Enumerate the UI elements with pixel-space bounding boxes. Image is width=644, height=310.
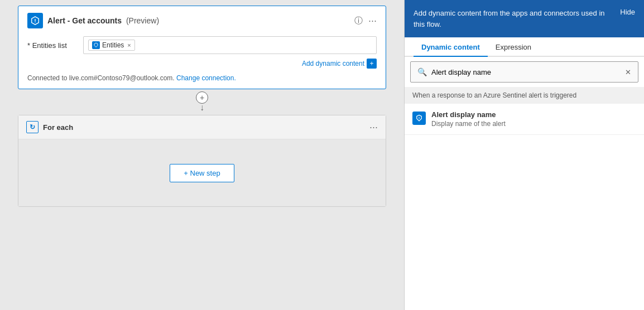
add-dynamic-link[interactable]: Add dynamic content bbox=[302, 60, 364, 67]
rp-section-label-text: When a response to an Azure Sentinel ale… bbox=[412, 91, 576, 99]
foreach-card: ↻ For each ⋯ + New step bbox=[18, 115, 386, 207]
foreach-body: + New step bbox=[18, 139, 386, 206]
add-dynamic-button[interactable]: + bbox=[367, 59, 377, 69]
left-panel: Alert - Get accounts (Preview) ⓘ ⋯ * Ent… bbox=[0, 0, 404, 310]
foreach-title: For each bbox=[43, 123, 365, 132]
result-desc: Display name of the alert bbox=[431, 120, 506, 128]
new-step-button[interactable]: + New step bbox=[170, 164, 234, 182]
result-text: Alert display name Display name of the a… bbox=[431, 110, 506, 128]
entities-tag: Entities × bbox=[88, 40, 135, 51]
connector-arrow-icon: ↓ bbox=[200, 103, 204, 113]
card-header-icons: ⓘ ⋯ bbox=[354, 16, 377, 26]
entities-field-row: * Entities list Entities × bbox=[27, 36, 377, 54]
rp-hide-button[interactable]: Hide bbox=[620, 8, 635, 16]
card-title-text: Alert - Get accounts bbox=[47, 16, 122, 25]
card-header: Alert - Get accounts (Preview) ⓘ ⋯ bbox=[27, 13, 377, 28]
add-dynamic-row: Add dynamic content + bbox=[27, 59, 377, 69]
rp-result-item[interactable]: Alert display name Display name of the a… bbox=[405, 104, 644, 135]
rp-header-text: Add dynamic content from the apps and co… bbox=[414, 8, 613, 30]
connection-info: Connected to live.com#Contoso79@outlook.… bbox=[27, 74, 377, 82]
rp-search-row: 🔍 ✕ bbox=[410, 61, 638, 83]
entities-label: * Entities list bbox=[27, 41, 78, 50]
entities-input[interactable]: Entities × bbox=[83, 36, 377, 54]
rp-tabs: Dynamic content Expression bbox=[405, 37, 644, 57]
entities-label-text: * Entities list bbox=[27, 41, 67, 50]
down-arrow-icon: ↓ bbox=[200, 103, 204, 112]
search-clear-button[interactable]: ✕ bbox=[625, 68, 631, 76]
result-title: Alert display name bbox=[431, 110, 506, 119]
tag-shield-icon bbox=[92, 41, 100, 49]
connector-plus-icon: + bbox=[200, 93, 204, 102]
card-icon bbox=[27, 13, 43, 28]
card-title: Alert - Get accounts (Preview) bbox=[47, 16, 350, 25]
tab-dynamic-content[interactable]: Dynamic content bbox=[414, 37, 488, 57]
search-icon: 🔍 bbox=[417, 67, 427, 76]
foreach-icon: ↻ bbox=[26, 121, 39, 133]
tab-expression[interactable]: Expression bbox=[488, 37, 539, 57]
connector: + ↓ bbox=[196, 91, 208, 113]
tag-close-button[interactable]: × bbox=[127, 42, 131, 49]
tag-text: Entities bbox=[102, 41, 124, 49]
change-connection-link[interactable]: Change connection. bbox=[176, 74, 236, 82]
foreach-header: ↻ For each ⋯ bbox=[18, 115, 386, 139]
more-options-icon[interactable]: ⋯ bbox=[368, 16, 377, 26]
rp-header: Add dynamic content from the apps and co… bbox=[405, 0, 644, 37]
alert-card: Alert - Get accounts (Preview) ⓘ ⋯ * Ent… bbox=[18, 6, 386, 89]
connection-text: Connected to live.com#Contoso79@outlook.… bbox=[27, 74, 175, 82]
connector-plus-button[interactable]: + bbox=[196, 91, 208, 104]
foreach-more-icon[interactable]: ⋯ bbox=[369, 122, 378, 132]
search-input[interactable] bbox=[431, 68, 621, 76]
card-preview-label: (Preview) bbox=[126, 16, 159, 25]
right-panel: Add dynamic content from the apps and co… bbox=[404, 0, 644, 310]
result-shield-icon bbox=[412, 112, 426, 125]
rp-section-label: When a response to an Azure Sentinel ale… bbox=[405, 87, 644, 104]
info-icon[interactable]: ⓘ bbox=[354, 16, 363, 26]
